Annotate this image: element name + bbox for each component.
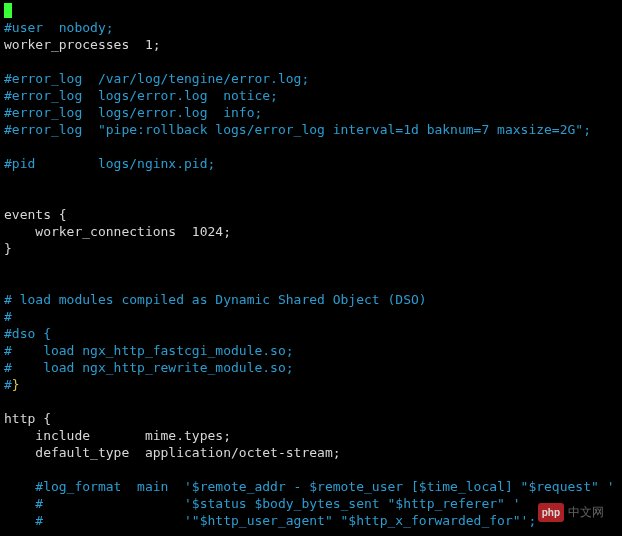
code-line: # load ngx_http_rewrite_module.so; bbox=[4, 359, 618, 376]
code-text: http { bbox=[4, 411, 51, 426]
code-line: default_type application/octet-stream; bbox=[4, 444, 618, 461]
code-text: } bbox=[4, 241, 12, 256]
comment-text: #user nobody; bbox=[4, 20, 114, 35]
code-line bbox=[4, 393, 618, 410]
code-text: worker_processes 1; bbox=[4, 37, 161, 52]
code-line: } bbox=[4, 240, 618, 257]
code-line bbox=[4, 2, 618, 19]
code-line bbox=[4, 172, 618, 189]
comment-text: #error_log /var/log/tengine/error.log; bbox=[4, 71, 309, 86]
comment-text: # '$status $body_bytes_sent "$http_refer… bbox=[4, 496, 521, 511]
cursor bbox=[4, 3, 12, 18]
code-line: #} bbox=[4, 376, 618, 393]
code-text: events { bbox=[4, 207, 67, 222]
code-line bbox=[4, 257, 618, 274]
comment-text: #log_format main '$remote_addr - $remote… bbox=[4, 479, 614, 494]
code-text: include mime.types; bbox=[4, 428, 231, 443]
code-text: worker_connections 1024; bbox=[4, 224, 231, 239]
comment-text: # bbox=[4, 309, 12, 324]
comment-text: #error_log "pipe:rollback logs/error_log… bbox=[4, 122, 591, 137]
code-line bbox=[4, 189, 618, 206]
code-line: # '"$http_user_agent" "$http_x_forwarded… bbox=[4, 512, 618, 529]
code-line: #log_format main '$remote_addr - $remote… bbox=[4, 478, 618, 495]
brace-text: } bbox=[12, 377, 20, 392]
watermark-badge: php bbox=[538, 503, 564, 522]
watermark-text: 中文网 bbox=[568, 504, 604, 521]
code-line bbox=[4, 274, 618, 291]
code-line bbox=[4, 53, 618, 70]
code-line: worker_connections 1024; bbox=[4, 223, 618, 240]
code-line: worker_processes 1; bbox=[4, 36, 618, 53]
comment-text: #error_log logs/error.log info; bbox=[4, 105, 262, 120]
comment-text: # load ngx_http_rewrite_module.so; bbox=[4, 360, 294, 375]
code-line: # '$status $body_bytes_sent "$http_refer… bbox=[4, 495, 618, 512]
code-line bbox=[4, 461, 618, 478]
code-line: include mime.types; bbox=[4, 427, 618, 444]
comment-text: #error_log logs/error.log notice; bbox=[4, 88, 278, 103]
comment-text: # '"$http_user_agent" "$http_x_forwarded… bbox=[4, 513, 536, 528]
code-line: #error_log /var/log/tengine/error.log; bbox=[4, 70, 618, 87]
code-line: #dso { bbox=[4, 325, 618, 342]
code-line: #error_log "pipe:rollback logs/error_log… bbox=[4, 121, 618, 138]
code-line: http { bbox=[4, 410, 618, 427]
code-line bbox=[4, 138, 618, 155]
code-line: #pid logs/nginx.pid; bbox=[4, 155, 618, 172]
code-line: # load modules compiled as Dynamic Share… bbox=[4, 291, 618, 308]
code-line: #error_log logs/error.log notice; bbox=[4, 87, 618, 104]
comment-text: # bbox=[4, 377, 12, 392]
code-line bbox=[4, 529, 618, 536]
code-text: default_type application/octet-stream; bbox=[4, 445, 341, 460]
code-line: #user nobody; bbox=[4, 19, 618, 36]
comment-text: # load modules compiled as Dynamic Share… bbox=[4, 292, 427, 307]
watermark: php 中文网 bbox=[530, 501, 612, 524]
code-line: # load ngx_http_fastcgi_module.so; bbox=[4, 342, 618, 359]
code-line: # bbox=[4, 308, 618, 325]
code-line: #error_log logs/error.log info; bbox=[4, 104, 618, 121]
comment-text: #dso { bbox=[4, 326, 51, 341]
comment-text: #pid logs/nginx.pid; bbox=[4, 156, 215, 171]
terminal-editor[interactable]: #user nobody;worker_processes 1;#error_l… bbox=[0, 0, 622, 536]
comment-text: # load ngx_http_fastcgi_module.so; bbox=[4, 343, 294, 358]
code-line: events { bbox=[4, 206, 618, 223]
